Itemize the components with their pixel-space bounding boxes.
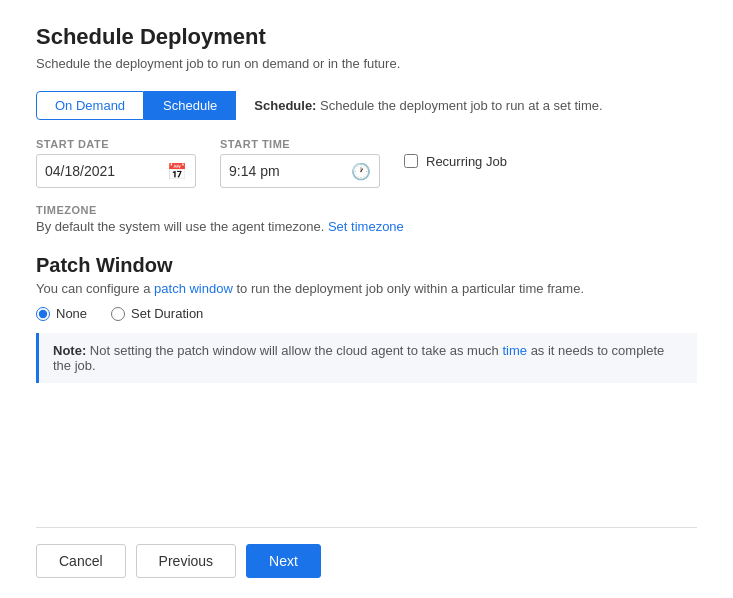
- set-timezone-link[interactable]: Set timezone: [328, 219, 404, 234]
- footer: Cancel Previous Next: [36, 544, 697, 578]
- timezone-section: TIMEZONE By default the system will use …: [36, 204, 697, 234]
- radio-set-duration-label[interactable]: Set Duration: [111, 306, 203, 321]
- note-text: Not setting the patch window will allow …: [53, 343, 664, 373]
- patch-desc-text: You can configure a patch window to run …: [36, 281, 584, 296]
- recurring-checkbox[interactable]: [404, 154, 418, 168]
- cancel-button[interactable]: Cancel: [36, 544, 126, 578]
- timezone-description: By default the system will use the agent…: [36, 219, 697, 234]
- page-title: Schedule Deployment: [36, 24, 697, 50]
- schedule-label-strong: Schedule:: [254, 98, 316, 113]
- note-box: Note: Not setting the patch window will …: [36, 333, 697, 383]
- on-demand-button[interactable]: On Demand: [36, 91, 144, 120]
- page-subtitle: Schedule the deployment job to run on de…: [36, 56, 697, 71]
- note-label: Note:: [53, 343, 86, 358]
- start-date-label: START DATE: [36, 138, 196, 150]
- start-date-group: START DATE 📅: [36, 138, 196, 188]
- start-time-group: START TIME 🕐: [220, 138, 380, 188]
- timezone-label: TIMEZONE: [36, 204, 697, 216]
- timezone-desc-text: By default the system will use the agent…: [36, 219, 324, 234]
- recurring-label: Recurring Job: [426, 154, 507, 169]
- recurring-wrap: Recurring Job: [404, 154, 507, 173]
- start-time-label: START TIME: [220, 138, 380, 150]
- next-button[interactable]: Next: [246, 544, 321, 578]
- start-time-input[interactable]: [229, 163, 351, 179]
- schedule-label-desc: Schedule the deployment job to run at a …: [320, 98, 603, 113]
- radio-none-label[interactable]: None: [36, 306, 87, 321]
- patch-radio-group: None Set Duration: [36, 306, 697, 321]
- patch-window-section: Patch Window You can configure a patch w…: [36, 254, 697, 383]
- radio-set-duration-text: Set Duration: [131, 306, 203, 321]
- start-date-input-wrap[interactable]: 📅: [36, 154, 196, 188]
- footer-divider: [36, 527, 697, 528]
- radio-none[interactable]: [36, 307, 50, 321]
- previous-button[interactable]: Previous: [136, 544, 236, 578]
- start-time-input-wrap[interactable]: 🕐: [220, 154, 380, 188]
- radio-none-text: None: [56, 306, 87, 321]
- calendar-icon[interactable]: 📅: [167, 162, 187, 181]
- toggle-group: On Demand Schedule Schedule: Schedule th…: [36, 91, 697, 120]
- clock-icon[interactable]: 🕐: [351, 162, 371, 181]
- date-time-row: START DATE 📅 START TIME 🕐 Recurring Job: [36, 138, 697, 188]
- start-date-input[interactable]: [45, 163, 167, 179]
- schedule-button[interactable]: Schedule: [144, 91, 236, 120]
- patch-window-description: You can configure a patch window to run …: [36, 281, 697, 296]
- radio-set-duration[interactable]: [111, 307, 125, 321]
- patch-window-title: Patch Window: [36, 254, 697, 277]
- note-highlight: time: [502, 343, 527, 358]
- schedule-description: Schedule: Schedule the deployment job to…: [254, 98, 602, 113]
